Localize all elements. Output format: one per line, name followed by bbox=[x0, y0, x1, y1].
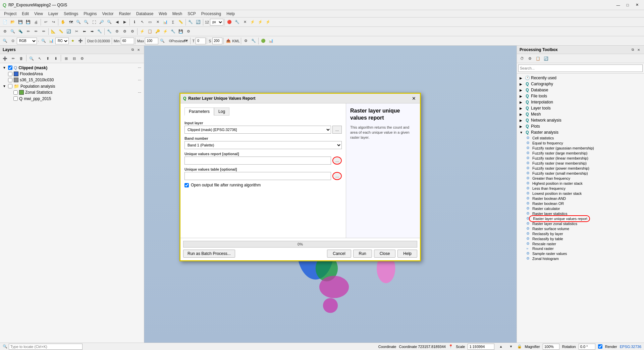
tb-zoom-select[interactable]: 🔍 bbox=[106, 18, 113, 26]
open-output-check[interactable] bbox=[184, 183, 189, 187]
tb-plugins[interactable]: 🔧 bbox=[187, 18, 194, 26]
tree-item-database[interactable]: ▶ Q Database bbox=[518, 87, 643, 93]
tb3-max-input[interactable] bbox=[145, 38, 158, 44]
lt-remove[interactable]: 🗑 bbox=[17, 55, 25, 62]
tb-zoom-full[interactable]: ⛶ bbox=[90, 18, 98, 26]
sub-round[interactable]: ≈ Round raster bbox=[525, 246, 643, 251]
rotation-input[interactable] bbox=[579, 344, 595, 350]
sub-fuzzify-near[interactable]: ⚙ Fuzzify raster (near membership) bbox=[525, 161, 643, 166]
tb-open-attr[interactable]: 📊 bbox=[162, 18, 169, 26]
render-check[interactable] bbox=[598, 344, 602, 349]
tb2-3[interactable]: 🔦 bbox=[17, 28, 24, 35]
unique-report-browse[interactable]: … bbox=[332, 157, 342, 165]
tb-measure[interactable]: 📏 bbox=[177, 18, 184, 26]
layer-check-6[interactable] bbox=[13, 96, 18, 101]
sub-greater-freq[interactable]: ⚙ Greater than frequency bbox=[525, 176, 643, 181]
tb3-settings[interactable]: ⚙ bbox=[242, 37, 250, 45]
tb2-edit1[interactable]: 📐 bbox=[50, 28, 57, 35]
sub-highest-pos[interactable]: ⚙ Highest position in raster stack bbox=[525, 181, 643, 186]
sub-raster-calc[interactable]: ⚙ Raster calculator bbox=[525, 206, 643, 211]
layer-check-4[interactable] bbox=[8, 84, 12, 88]
tb3-focus[interactable]: ⊙ bbox=[9, 37, 16, 45]
input-layer-browse[interactable]: … bbox=[332, 126, 342, 134]
sub-fuzzify-gaussian[interactable]: ⚙ Fuzzify raster (gaussian membership) bbox=[525, 145, 643, 150]
proc-tb-models[interactable]: ⚙ bbox=[526, 55, 534, 62]
tb-pan[interactable]: ✋ bbox=[59, 18, 67, 26]
tb2-edit3[interactable]: 🔄 bbox=[65, 28, 72, 35]
tb3-locate[interactable]: 🔍 bbox=[1, 37, 9, 45]
close-dialog-button[interactable]: Close bbox=[374, 250, 396, 258]
lt-move-down[interactable]: ⬇ bbox=[52, 55, 59, 62]
tree-expand-database[interactable]: ▶ bbox=[520, 88, 524, 92]
unique-table-browse[interactable]: … bbox=[332, 172, 342, 180]
batch-process-button[interactable]: Run as Batch Process... bbox=[183, 250, 235, 258]
tb2-edit6[interactable]: ➡ bbox=[88, 28, 96, 35]
sub-cell-statistics[interactable]: ⚙ Cell statistics bbox=[525, 135, 643, 140]
menu-vector[interactable]: Vector bbox=[100, 11, 116, 17]
sub-raster-surface[interactable]: ⚙ Raster surface volume bbox=[525, 226, 643, 231]
sub-zonal-histogram[interactable]: ⚙ Zonal histogram bbox=[525, 256, 643, 261]
tb3-extra[interactable]: 📊 bbox=[267, 37, 275, 45]
tb-extra2[interactable]: ✕ bbox=[241, 18, 249, 26]
menu-settings[interactable]: Settings bbox=[61, 11, 81, 17]
tree-expand-plots[interactable]: ▶ bbox=[520, 125, 524, 128]
tb3-green[interactable]: 🟢 bbox=[260, 37, 267, 45]
tb2-6[interactable]: ✏ bbox=[40, 28, 47, 35]
tb3-preview-btn[interactable]: Preview bbox=[174, 37, 181, 45]
sub-raster-and[interactable]: ⚙ Raster boolean AND bbox=[525, 196, 643, 201]
tb3-plugin1[interactable]: 🔧 bbox=[250, 37, 257, 45]
sub-raster-zonal[interactable]: ⚙ Raster layer zonal statistics bbox=[525, 221, 643, 226]
tb2-1[interactable]: ⚙ bbox=[1, 28, 9, 35]
tb-stats[interactable]: Σ bbox=[169, 18, 177, 26]
tree-item-mesh[interactable]: ▶ Q Mesh bbox=[518, 111, 643, 117]
tree-item-interpolation[interactable]: ▶ Q Interpolation bbox=[518, 99, 643, 105]
menu-raster[interactable]: Raster bbox=[116, 11, 133, 17]
lt-move-up[interactable]: ⬆ bbox=[44, 55, 51, 62]
menu-project[interactable]: Project bbox=[1, 11, 19, 17]
layer-item-5[interactable]: Zonal Statistics ⋯ bbox=[1, 89, 143, 95]
tb-new[interactable]: 📄 bbox=[1, 18, 9, 26]
tb3-export[interactable]: 📤 bbox=[225, 37, 232, 45]
layer-expand-4[interactable]: ▼ bbox=[3, 84, 7, 88]
tb3-rgb-combo[interactable]: RGB bbox=[17, 38, 37, 44]
tb2-adv5[interactable]: 🔧 bbox=[169, 28, 177, 35]
tb2-adv4[interactable]: ⚡ bbox=[162, 28, 169, 35]
cancel-button[interactable]: Cancel bbox=[327, 250, 351, 258]
tb2-4[interactable]: ✏ bbox=[24, 28, 32, 35]
tb2-edit2[interactable]: 📏 bbox=[57, 28, 65, 35]
lt-edit[interactable]: ✏ bbox=[9, 55, 17, 62]
tb-pan-map[interactable]: 🗺 bbox=[67, 18, 74, 26]
band-number-select[interactable]: Band 1 (Palette) bbox=[184, 141, 342, 149]
menu-layer[interactable]: Layer bbox=[46, 11, 61, 17]
tb3-roi1[interactable]: 🔍 bbox=[40, 37, 47, 45]
sub-fuzzify-large[interactable]: ⚙ Fuzzify raster (large membership) bbox=[525, 150, 643, 156]
sub-sample[interactable]: ⚙ Sample raster values bbox=[525, 251, 643, 256]
minimize-button[interactable]: — bbox=[614, 2, 623, 8]
menu-edit[interactable]: Edit bbox=[19, 11, 32, 17]
locate-input[interactable] bbox=[9, 344, 83, 350]
tb2-edit4[interactable]: ✂ bbox=[73, 28, 80, 35]
menu-database[interactable]: Database bbox=[133, 11, 156, 17]
tb3-roi-combo[interactable]: ROI bbox=[55, 38, 69, 44]
layer-options-5[interactable]: ⋯ bbox=[138, 91, 141, 94]
tb2-adv7[interactable]: ⚙ bbox=[185, 28, 192, 35]
sub-raster-stats[interactable]: ⚙ Raster layer statistics bbox=[525, 211, 643, 216]
sub-raster-or[interactable]: ⚙ Raster boolean OR bbox=[525, 201, 643, 206]
input-layer-select[interactable]: Clipped (mask) [EPSG:32736] bbox=[184, 126, 331, 134]
tb-deselect[interactable]: ✕ bbox=[154, 18, 161, 26]
tb3-yellow[interactable]: ★ bbox=[69, 37, 76, 45]
tree-expand-file-tools[interactable]: ▶ bbox=[520, 94, 524, 98]
layer-item-6[interactable]: Q mwi_ppp_2015 bbox=[1, 95, 143, 102]
tb-zoom-in[interactable]: 🔍 bbox=[75, 18, 82, 26]
menu-scp[interactable]: SCP bbox=[185, 11, 199, 17]
processing-search-input[interactable] bbox=[518, 64, 643, 72]
tb2-adv6[interactable]: 💾 bbox=[177, 28, 184, 35]
scale-up-btn[interactable]: ▲ bbox=[497, 343, 504, 350]
layer-check-3[interactable] bbox=[8, 78, 12, 82]
tb2-adv2[interactable]: 📋 bbox=[146, 28, 154, 35]
tb-save[interactable]: 💾 bbox=[17, 18, 24, 26]
tb-select-rect[interactable]: ▭ bbox=[146, 18, 154, 26]
layer-expand-1[interactable]: ▼ bbox=[3, 66, 7, 70]
layer-check-1[interactable] bbox=[8, 65, 12, 70]
processing-float-btn[interactable]: ⧉ bbox=[630, 47, 635, 52]
